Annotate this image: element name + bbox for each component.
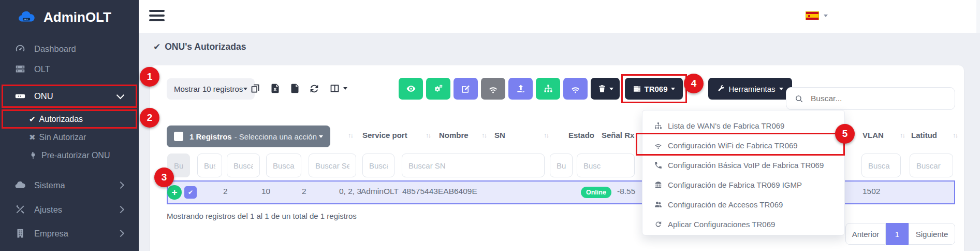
menu-item-config-accesos[interactable]: Configuración de Accesos TR069 xyxy=(642,194,844,214)
chevron-down-icon xyxy=(116,91,125,100)
menu-toggle-button[interactable] xyxy=(149,10,165,21)
filter-input-latitud[interactable] xyxy=(910,154,953,177)
filter-input-vlan[interactable] xyxy=(861,154,901,177)
sort-icons[interactable]: ↑↓ xyxy=(481,131,486,139)
export-excel-button[interactable] xyxy=(270,83,281,94)
settings-button[interactable] xyxy=(426,78,450,100)
expand-row-button[interactable]: + xyxy=(167,185,182,200)
records-summary: Mostrando registros del 1 al 1 de un tot… xyxy=(167,212,357,220)
user-menu[interactable]: Soporte AdminOLT xyxy=(976,0,980,33)
caret-down-icon xyxy=(343,87,347,90)
herramientas-dropdown-button[interactable]: Herramientas xyxy=(708,78,792,100)
sort-icons[interactable]: ↑↓ xyxy=(348,131,353,139)
sort-icons[interactable]: ↑↓ xyxy=(953,131,957,139)
cell-senal: -8.55 xyxy=(617,187,635,196)
edit-button[interactable] xyxy=(454,78,478,100)
app-logo[interactable]: AdminOLT xyxy=(14,6,111,28)
sort-icons[interactable]: ↑↓ xyxy=(426,131,430,139)
tr069-dropdown-button[interactable]: TR069 xyxy=(625,78,683,100)
upload-icon xyxy=(516,83,526,94)
sidebar-item-sin-autorizar[interactable]: ✖ Sin Autorizar xyxy=(0,127,168,148)
sidebar-item-dashboard[interactable]: Dashboard xyxy=(0,38,139,59)
sort-icons[interactable]: ↑↓ xyxy=(544,131,548,139)
upload-button[interactable] xyxy=(508,78,533,100)
network-button[interactable] xyxy=(536,78,560,100)
spain-flag-icon xyxy=(806,11,819,20)
check-icon: ✔ xyxy=(29,115,36,124)
caret-down-icon xyxy=(824,15,828,17)
check-icon: ✔ xyxy=(153,41,160,52)
column-header-vlan[interactable]: VLAN xyxy=(862,131,884,140)
menu-item-config-voip[interactable]: Configuración Básica VoIP de Fabrica TR0… xyxy=(642,155,844,175)
language-selector[interactable] xyxy=(806,11,828,20)
filter-input-estado[interactable] xyxy=(550,154,573,177)
filter-input-service-port[interactable] xyxy=(309,154,356,177)
tr069-dropdown-menu: Lista de WAN's de Fabrica TR069 Configur… xyxy=(642,110,845,235)
sidebar-item-label: Autorizadas xyxy=(39,115,83,124)
menu-item-lista-wans[interactable]: Lista de WAN's de Fabrica TR069 xyxy=(642,116,844,135)
sidebar-item-empresa[interactable]: Empresa xyxy=(0,223,139,244)
page-title-text: ONU's Autorizadas xyxy=(165,41,246,52)
sidebar-item-olt[interactable]: OLT xyxy=(0,59,139,79)
check-icon: ✔ xyxy=(188,189,193,196)
delete-button[interactable] xyxy=(591,78,620,100)
sort-icons[interactable]: ↑↓ xyxy=(900,131,904,139)
cell-onu-id: 2 xyxy=(302,187,306,196)
filter-input-nombre[interactable] xyxy=(362,154,394,177)
menu-item-config-wifi[interactable]: Configuración WiFi de Fabrica TR069 xyxy=(642,135,844,155)
annotation-step-5: 5 xyxy=(835,124,855,144)
wifi-icon xyxy=(488,83,499,94)
annotation-step-1: 1 xyxy=(140,67,159,87)
sidebar-item-ajustes[interactable]: Ajustes xyxy=(0,199,139,220)
column-header-sn[interactable]: SN xyxy=(494,131,505,140)
wifi-status-button[interactable] xyxy=(563,78,588,100)
column-visibility-button[interactable] xyxy=(329,83,347,94)
search-input[interactable] xyxy=(810,93,955,104)
column-header-service-port[interactable]: Service port xyxy=(362,131,407,140)
row-checkbox[interactable]: ✔ xyxy=(184,186,197,199)
refresh-button[interactable] xyxy=(309,83,320,94)
sidebar-item-label: Pre-autorizar ONU xyxy=(41,151,110,160)
server-icon xyxy=(14,63,26,75)
pagination-page-1[interactable]: 1 xyxy=(886,223,909,245)
wrench-icon xyxy=(717,85,725,93)
gauge-icon xyxy=(14,43,26,54)
bulk-action-select[interactable]: 1 Registros - Selecciona una acción xyxy=(167,126,330,147)
file-icon xyxy=(289,83,300,94)
view-button[interactable] xyxy=(399,78,423,100)
sidebar-item-sistema[interactable]: Sistema xyxy=(0,175,139,196)
export-file-button[interactable] xyxy=(289,83,300,94)
sidebar-item-label: OLT xyxy=(34,64,50,74)
sidebar-item-label: Dashboard xyxy=(34,44,76,54)
sidebar-item-pre-autorizar[interactable]: Pre-autorizar ONU xyxy=(0,145,168,166)
filter-input[interactable] xyxy=(197,154,222,177)
sidebar-item-label: Sin Autorizar xyxy=(39,133,86,142)
menu-item-aplicar-config[interactable]: Aplicar Configuraciones TR069 xyxy=(642,214,844,234)
filter-input-sn[interactable] xyxy=(402,154,545,177)
column-header-senal[interactable]: Señal Rx xyxy=(602,131,634,140)
pagination-next-button[interactable]: Siguiente xyxy=(909,223,955,245)
phone-icon xyxy=(654,161,663,170)
cell-vlan: 1502 xyxy=(862,187,880,196)
sidebar-item-label: Sistema xyxy=(34,180,65,190)
column-header-estado[interactable]: Estado xyxy=(568,131,594,140)
column-header-nombre[interactable]: Nombre xyxy=(439,131,469,140)
sidebar-item-label: Ajustes xyxy=(34,205,62,215)
filter-input[interactable] xyxy=(266,154,301,177)
filter-input-senal[interactable] xyxy=(577,154,635,177)
users-icon xyxy=(654,200,663,209)
records-per-page-select[interactable]: Mostrar 10 registros xyxy=(167,78,255,100)
hamburger-icon xyxy=(149,10,165,12)
caret-down-icon xyxy=(671,88,675,90)
chevron-right-icon xyxy=(117,230,124,237)
copy-button[interactable] xyxy=(250,83,261,94)
filter-input[interactable] xyxy=(227,154,260,177)
search-box xyxy=(786,87,955,110)
column-header-latitud[interactable]: Latitud xyxy=(911,131,937,140)
wifi-config-button[interactable] xyxy=(481,78,505,100)
cell-board: 2 xyxy=(223,187,228,196)
menu-item-config-igmp[interactable]: Configuración de Fabrica TR069 IGMP xyxy=(642,175,844,194)
sidebar-item-onu[interactable]: ONU xyxy=(0,86,139,106)
pagination-prev-button[interactable]: Anterior xyxy=(845,223,886,245)
select-all-checkbox[interactable] xyxy=(174,132,183,141)
